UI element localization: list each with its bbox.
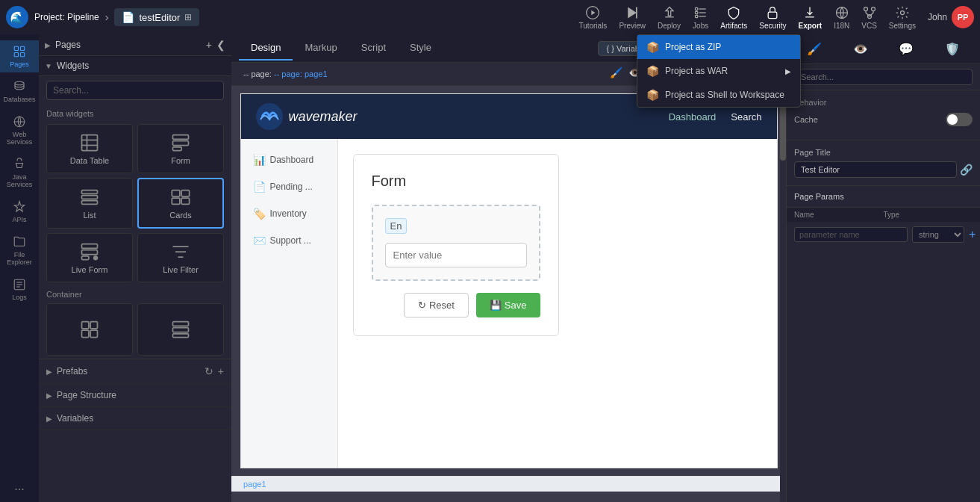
page-params-section: Page Params Name Type string number bool… [787, 186, 980, 247]
sidebar-item-file-explorer[interactable]: File Explorer [0, 231, 39, 270]
tab-markup[interactable]: Markup [293, 36, 349, 61]
prefabs-section[interactable]: ▶ Prefabs ↻ + [39, 359, 231, 384]
svg-rect-19 [21, 53, 25, 57]
shell-icon: 📦 [646, 89, 659, 101]
editor-tab[interactable]: 📄 testEditor ⊞ [114, 8, 199, 26]
top-bar: 🌊 Project: Pipeline › 📄 testEditor ⊞ Tut… [0, 0, 980, 34]
sidebar-item-java-services[interactable]: Java Services [0, 153, 39, 193]
svg-rect-31 [173, 141, 189, 146]
export-dropdown-menu: 📦 Project as ZIP 📦 Project as WAR ▶ 📦 Pr… [637, 34, 801, 108]
footer-page-name[interactable]: page1 [243, 480, 266, 489]
widget-live-filter[interactable]: Live Filter [137, 233, 224, 282]
widget-form[interactable]: Form [137, 124, 224, 173]
file-explorer-label: File Explorer [3, 251, 36, 266]
user-name: John [928, 12, 947, 22]
dropdown-item-project-war[interactable]: 📦 Project as WAR ▶ [637, 59, 800, 83]
web-services-icon [13, 115, 26, 128]
project-chevron[interactable]: › [105, 11, 109, 23]
param-name-input[interactable] [794, 227, 908, 242]
container-item-2[interactable] [137, 303, 224, 356]
form-reset-button[interactable]: ↻ Reset [404, 293, 469, 317]
sidebar-item-apis[interactable]: APIs [0, 196, 39, 228]
nav-support-icon: ✉️ [253, 235, 266, 247]
container-item-1[interactable] [46, 303, 133, 356]
page-title-row: 🔗 [794, 161, 973, 178]
form-input[interactable] [385, 243, 527, 267]
widget-cards[interactable]: Cards [137, 178, 224, 229]
save-icon: 💾 [490, 300, 502, 311]
rp-eye-icon[interactable]: 👁️ [850, 39, 871, 59]
pages-label: Pages [10, 61, 29, 68]
security-action[interactable]: Security [759, 5, 786, 30]
java-services-label: Java Services [3, 173, 36, 188]
settings-label: Settings [889, 22, 916, 30]
tutorials-icon [585, 5, 600, 20]
dropdown-item-project-shell[interactable]: 📦 Project as Shell to Workspace [637, 83, 800, 107]
widget-live-form[interactable]: Live Form [46, 233, 133, 282]
preview-action[interactable]: Preview [619, 5, 646, 30]
svg-rect-16 [14, 46, 18, 50]
live-form-icon [79, 241, 100, 262]
sidebar-item-web-services[interactable]: Web Services [0, 111, 39, 150]
svg-rect-32 [173, 147, 182, 151]
nav-search: Search [731, 111, 761, 123]
form-save-button[interactable]: 💾 Save [476, 293, 540, 317]
jobs-action[interactable]: Jobs [693, 5, 708, 30]
rp-brush-icon[interactable]: 🖌️ [804, 39, 825, 59]
canvas-content: Form En ↻ Reset [338, 139, 574, 468]
cache-toggle[interactable] [946, 113, 973, 126]
java-services-icon [13, 158, 26, 171]
expand-panel-button[interactable]: ❮ [216, 39, 225, 51]
prefabs-add-icon[interactable]: + [218, 365, 224, 377]
dropdown-item-project-zip[interactable]: 📦 Project as ZIP [637, 35, 800, 59]
rp-shield-icon[interactable]: 🛡️ [942, 39, 963, 59]
search-input[interactable] [46, 81, 224, 100]
sidebar-icons: Pages Databases Web Services Java Servic… [0, 34, 39, 502]
right-search-input[interactable] [794, 69, 973, 85]
deploy-action[interactable]: Deploy [658, 5, 681, 30]
prefabs-refresh-icon[interactable]: ↻ [205, 365, 213, 377]
widgets-chevron[interactable]: ▼ [45, 62, 52, 70]
svg-rect-39 [181, 198, 190, 204]
export-icon [802, 5, 817, 20]
user-avatar[interactable]: PP [952, 6, 974, 28]
more-options[interactable]: ··· [14, 483, 24, 496]
svg-rect-34 [82, 196, 98, 199]
page-structure-section[interactable]: ▶ Page Structure [39, 384, 231, 407]
project-zip-label: Project as ZIP [665, 42, 721, 52]
form-card: Form En ↻ Reset [353, 154, 559, 336]
vcs-action[interactable]: VCS [861, 5, 877, 30]
scrollbar-thumb[interactable] [780, 101, 786, 161]
widget-list[interactable]: List [46, 178, 133, 229]
settings-action[interactable]: Settings [889, 5, 916, 30]
i18n-action[interactable]: I18N [834, 5, 849, 30]
page-title-input[interactable] [794, 161, 957, 178]
sidebar-item-pages[interactable]: Pages [0, 40, 39, 72]
canvas-brush-icon[interactable]: 🖌️ [610, 66, 622, 81]
user-area: John PP [928, 6, 974, 28]
artifacts-action[interactable]: Artifacts [720, 5, 747, 30]
widgets-section-title: Widgets [57, 61, 89, 71]
pages-chevron[interactable]: ▶ [45, 41, 51, 49]
security-icon [765, 5, 780, 20]
rp-chat-icon[interactable]: 💬 [896, 39, 917, 59]
export-action[interactable]: Export [798, 5, 822, 30]
project-shell-label: Project as Shell to Workspace [665, 90, 784, 100]
tutorials-action[interactable]: Tutorials [578, 5, 607, 30]
tab-design[interactable]: Design [239, 36, 293, 61]
page-title-link-icon[interactable]: 🔗 [960, 164, 973, 176]
widget-data-table[interactable]: Data Table [46, 124, 133, 173]
app-logo[interactable]: 🌊 [6, 6, 28, 28]
variables-section[interactable]: ▶ Variables [39, 407, 231, 430]
sidebar-item-databases[interactable]: Databases [0, 75, 39, 108]
sidebar-item-logs[interactable]: Logs [0, 273, 39, 306]
param-type-select[interactable]: string number boolean date object [912, 226, 964, 243]
apis-label: APIs [12, 216, 26, 223]
params-add-button[interactable]: + [969, 228, 976, 241]
tab-script[interactable]: Script [349, 36, 398, 61]
tab-style[interactable]: Style [398, 36, 443, 61]
add-page-button[interactable]: + [206, 39, 212, 51]
svg-rect-50 [173, 334, 189, 338]
data-table-icon [79, 132, 100, 153]
canvas-body: 📊 Dashboard 📄 Pending ... 🏷️ Inventory [241, 139, 777, 468]
